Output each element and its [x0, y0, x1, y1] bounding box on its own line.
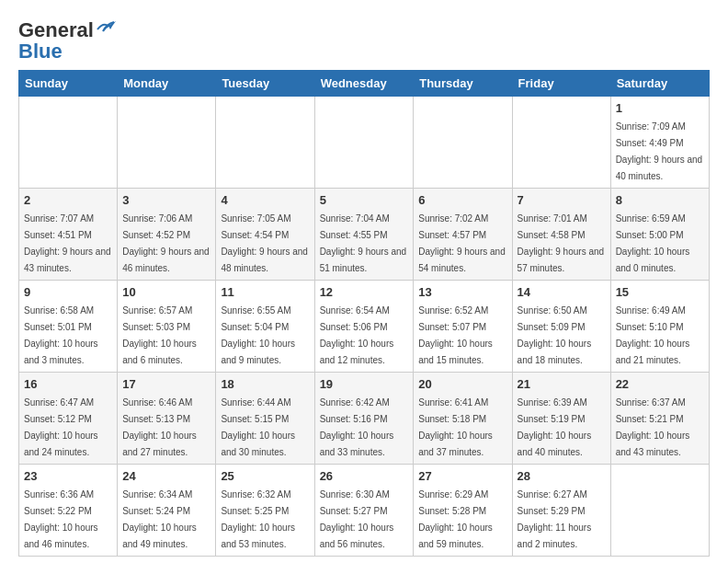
calendar-cell: 15Sunrise: 6:49 AMSunset: 5:10 PMDayligh… — [610, 280, 709, 372]
calendar-cell — [512, 96, 610, 188]
calendar-cell: 2Sunrise: 7:07 AMSunset: 4:51 PMDaylight… — [19, 188, 118, 280]
day-number: 21 — [518, 377, 606, 391]
day-info: Sunrise: 6:47 AMSunset: 5:12 PMDaylight:… — [24, 397, 98, 457]
day-info: Sunrise: 6:37 AMSunset: 5:21 PMDaylight:… — [616, 397, 690, 457]
day-number: 6 — [418, 193, 506, 207]
day-number: 13 — [418, 285, 506, 299]
day-info: Sunrise: 6:46 AMSunset: 5:13 PMDaylight:… — [122, 397, 197, 457]
calendar-cell: 21Sunrise: 6:39 AMSunset: 5:19 PMDayligh… — [512, 372, 610, 464]
page-header: General Blue — [18, 18, 710, 61]
calendar-cell: 6Sunrise: 7:02 AMSunset: 4:57 PMDaylight… — [414, 188, 512, 280]
calendar-week-row: 2Sunrise: 7:07 AMSunset: 4:51 PMDaylight… — [19, 188, 710, 280]
day-info: Sunrise: 6:42 AMSunset: 5:16 PMDaylight:… — [320, 397, 394, 457]
calendar-cell: 24Sunrise: 6:34 AMSunset: 5:24 PMDayligh… — [118, 464, 216, 556]
day-info: Sunrise: 6:30 AMSunset: 5:27 PMDaylight:… — [320, 489, 394, 549]
day-number: 17 — [122, 377, 210, 391]
calendar-cell: 1Sunrise: 7:09 AMSunset: 4:49 PMDaylight… — [610, 96, 709, 188]
day-info: Sunrise: 6:57 AMSunset: 5:03 PMDaylight:… — [122, 305, 197, 365]
day-number: 25 — [221, 469, 309, 483]
day-number: 8 — [616, 193, 704, 207]
logo-bird-icon — [96, 20, 116, 37]
logo: General Blue — [18, 18, 116, 61]
calendar-cell: 28Sunrise: 6:27 AMSunset: 5:29 PMDayligh… — [512, 464, 610, 556]
calendar-cell: 7Sunrise: 7:01 AMSunset: 4:58 PMDaylight… — [512, 188, 610, 280]
calendar-cell: 10Sunrise: 6:57 AMSunset: 5:03 PMDayligh… — [118, 280, 216, 372]
calendar-cell: 16Sunrise: 6:47 AMSunset: 5:12 PMDayligh… — [19, 372, 118, 464]
day-number: 23 — [24, 469, 112, 483]
day-number: 11 — [221, 285, 309, 299]
calendar-cell: 9Sunrise: 6:58 AMSunset: 5:01 PMDaylight… — [19, 280, 118, 372]
calendar-cell: 23Sunrise: 6:36 AMSunset: 5:22 PMDayligh… — [19, 464, 118, 556]
day-info: Sunrise: 6:41 AMSunset: 5:18 PMDaylight:… — [418, 397, 493, 457]
calendar-body: 1Sunrise: 7:09 AMSunset: 4:49 PMDaylight… — [19, 96, 710, 556]
calendar-cell: 17Sunrise: 6:46 AMSunset: 5:13 PMDayligh… — [118, 372, 216, 464]
day-info: Sunrise: 7:07 AMSunset: 4:51 PMDaylight:… — [24, 213, 111, 273]
day-info: Sunrise: 6:58 AMSunset: 5:01 PMDaylight:… — [24, 305, 98, 365]
day-number: 9 — [24, 285, 112, 299]
day-number: 7 — [518, 193, 606, 207]
day-info: Sunrise: 6:44 AMSunset: 5:15 PMDaylight:… — [221, 397, 295, 457]
calendar-cell: 25Sunrise: 6:32 AMSunset: 5:25 PMDayligh… — [216, 464, 314, 556]
day-number: 24 — [122, 469, 210, 483]
day-info: Sunrise: 6:29 AMSunset: 5:28 PMDaylight:… — [418, 489, 493, 549]
day-info: Sunrise: 7:05 AMSunset: 4:54 PMDaylight:… — [221, 213, 308, 273]
day-number: 1 — [616, 101, 704, 115]
day-number: 16 — [24, 377, 112, 391]
calendar-cell: 22Sunrise: 6:37 AMSunset: 5:21 PMDayligh… — [610, 372, 709, 464]
day-info: Sunrise: 7:04 AMSunset: 4:55 PMDaylight:… — [320, 213, 407, 273]
day-number: 19 — [320, 377, 409, 391]
calendar-cell: 8Sunrise: 6:59 AMSunset: 5:00 PMDaylight… — [610, 188, 709, 280]
day-info: Sunrise: 6:50 AMSunset: 5:09 PMDaylight:… — [518, 305, 592, 365]
calendar-week-row: 16Sunrise: 6:47 AMSunset: 5:12 PMDayligh… — [19, 372, 710, 464]
weekday-header-saturday: Saturday — [610, 70, 709, 96]
day-number: 10 — [122, 285, 210, 299]
calendar-header-row: SundayMondayTuesdayWednesdayThursdayFrid… — [19, 70, 710, 96]
calendar-cell — [414, 96, 512, 188]
weekday-header-tuesday: Tuesday — [216, 70, 314, 96]
day-info: Sunrise: 6:49 AMSunset: 5:10 PMDaylight:… — [616, 305, 690, 365]
day-number: 18 — [221, 377, 309, 391]
calendar-cell: 20Sunrise: 6:41 AMSunset: 5:18 PMDayligh… — [414, 372, 512, 464]
calendar-cell: 14Sunrise: 6:50 AMSunset: 5:09 PMDayligh… — [512, 280, 610, 372]
day-info: Sunrise: 6:52 AMSunset: 5:07 PMDaylight:… — [418, 305, 493, 365]
calendar-table: SundayMondayTuesdayWednesdayThursdayFrid… — [18, 70, 710, 557]
day-number: 3 — [122, 193, 210, 207]
day-number: 28 — [518, 469, 606, 483]
calendar-cell: 19Sunrise: 6:42 AMSunset: 5:16 PMDayligh… — [314, 372, 414, 464]
calendar-cell — [216, 96, 314, 188]
calendar-cell: 4Sunrise: 7:05 AMSunset: 4:54 PMDaylight… — [216, 188, 314, 280]
day-info: Sunrise: 7:02 AMSunset: 4:57 PMDaylight:… — [418, 213, 506, 273]
day-number: 14 — [518, 285, 606, 299]
calendar-week-row: 9Sunrise: 6:58 AMSunset: 5:01 PMDaylight… — [19, 280, 710, 372]
weekday-header-sunday: Sunday — [19, 70, 118, 96]
day-number: 15 — [616, 285, 704, 299]
calendar-cell — [19, 96, 118, 188]
calendar-cell: 5Sunrise: 7:04 AMSunset: 4:55 PMDaylight… — [314, 188, 414, 280]
day-number: 20 — [418, 377, 506, 391]
calendar-cell: 3Sunrise: 7:06 AMSunset: 4:52 PMDaylight… — [118, 188, 216, 280]
calendar-week-row: 1Sunrise: 7:09 AMSunset: 4:49 PMDaylight… — [19, 96, 710, 188]
weekday-header-friday: Friday — [512, 70, 610, 96]
calendar-cell — [610, 464, 709, 556]
day-info: Sunrise: 6:39 AMSunset: 5:19 PMDaylight:… — [518, 397, 592, 457]
day-info: Sunrise: 6:27 AMSunset: 5:29 PMDaylight:… — [518, 489, 592, 549]
day-number: 5 — [320, 193, 409, 207]
calendar-cell — [118, 96, 216, 188]
day-number: 27 — [418, 469, 506, 483]
calendar-cell: 27Sunrise: 6:29 AMSunset: 5:28 PMDayligh… — [414, 464, 512, 556]
day-number: 22 — [616, 377, 704, 391]
calendar-cell: 11Sunrise: 6:55 AMSunset: 5:04 PMDayligh… — [216, 280, 314, 372]
calendar-cell: 13Sunrise: 6:52 AMSunset: 5:07 PMDayligh… — [414, 280, 512, 372]
weekday-header-monday: Monday — [118, 70, 216, 96]
day-info: Sunrise: 7:06 AMSunset: 4:52 PMDaylight:… — [122, 213, 210, 273]
day-number: 4 — [221, 193, 309, 207]
day-number: 12 — [320, 285, 409, 299]
calendar-cell — [314, 96, 414, 188]
day-info: Sunrise: 6:55 AMSunset: 5:04 PMDaylight:… — [221, 305, 295, 365]
day-info: Sunrise: 6:32 AMSunset: 5:25 PMDaylight:… — [221, 489, 295, 549]
day-number: 26 — [320, 469, 409, 483]
day-info: Sunrise: 6:54 AMSunset: 5:06 PMDaylight:… — [320, 305, 394, 365]
day-info: Sunrise: 7:09 AMSunset: 4:49 PMDaylight:… — [616, 121, 703, 181]
weekday-header-thursday: Thursday — [414, 70, 512, 96]
day-number: 2 — [24, 193, 112, 207]
